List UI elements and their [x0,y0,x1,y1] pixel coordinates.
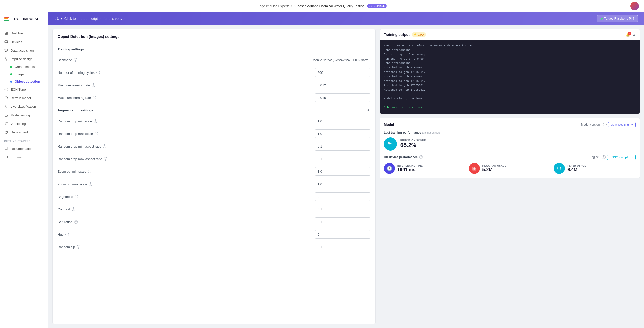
training-actions: 🔔 1 ▲ [626,33,636,37]
sidebar-item-model-testing[interactable]: Model testing [0,111,48,119]
precision-score-label: PRECISION SCORE [400,139,426,142]
log-line: Done inferencing [384,61,636,66]
engine-help-icon[interactable]: ? [602,155,606,159]
backbone-help-icon[interactable]: ? [74,58,77,62]
sidebar-item-live-classification[interactable]: Live classification [0,102,48,111]
zoom-out-max-scale-help-icon[interactable]: ? [89,182,92,186]
svg-rect-0 [5,32,6,33]
collapse-training-btn[interactable]: ▲ [632,33,636,37]
zoom-out-min-scale-input[interactable] [315,167,370,176]
zoom-out-min-scale-help-icon[interactable]: ? [88,170,91,173]
backbone-select[interactable]: MobileNet v2 (3x224x224, 800 K params)Mo… [310,56,370,64]
sidebar-item-deployment[interactable]: Deployment [0,128,48,136]
brightness-help-icon[interactable]: ? [75,195,78,198]
training-cycles-help-icon[interactable]: ? [96,71,100,74]
min-lr-input[interactable] [315,81,370,89]
dot-green-icon [10,66,12,68]
svg-rect-1 [6,32,7,33]
model-version-help-icon[interactable]: ? [603,123,607,126]
sidebar-item-versioning[interactable]: Versioning [0,119,48,128]
sidebar-subitem-object-detection[interactable]: Object detection [0,78,48,85]
on-device-help-icon[interactable]: ? [419,155,423,159]
version-description[interactable]: Click to set a description for this vers… [64,17,127,21]
notification-bell[interactable]: 🔔 1 [626,33,630,37]
svg-marker-17 [5,105,8,108]
model-card: Model Model version: ? Quantized (int8) … [380,118,640,178]
backbone-select-wrapper: MobileNet v2 (3x224x224, 800 K params)Mo… [310,56,370,64]
rand-crop-max-aspect-help-icon[interactable]: ? [104,157,107,161]
log-line: Calculating int8 accuracy... [384,52,636,57]
rand-crop-min-scale-input[interactable] [315,117,370,125]
rand-crop-max-scale-row: Random crop max scale ? [53,127,375,140]
ram-icon: ▦ [469,163,480,174]
panel-title: Object Detection (Images) settings [58,34,120,39]
augmentation-collapse-btn[interactable]: ▲ [366,108,370,112]
training-settings-section: Training settings [53,43,375,54]
random-flip-help-icon[interactable]: ? [77,245,80,249]
rand-crop-min-aspect-row: Random crop min aspect ratio ? [53,140,375,153]
sidebar-item-forums[interactable]: Forums [0,153,48,161]
sidebar-subitem-create-impulse[interactable]: Create impulse [0,63,48,70]
contrast-label: Contrast ? [58,207,312,211]
quantized-dropdown-icon: ▾ [631,123,633,126]
hue-help-icon[interactable]: ? [65,233,69,236]
contrast-input[interactable] [315,205,370,213]
rand-crop-min-aspect-input[interactable] [315,142,370,151]
sidebar-item-devices[interactable]: Devices [0,38,48,46]
saturation-help-icon[interactable]: ? [74,220,78,224]
activity-icon [4,57,8,61]
max-lr-help-icon[interactable]: ? [93,96,96,99]
log-line: Model training complete [384,97,636,101]
sidebar-item-impulse-design[interactable]: Impulse design [0,55,48,63]
zoom-out-min-scale-label: Zoom out min scale ? [58,170,312,173]
sidebar-item-label: Dashboard [11,31,27,35]
target-button[interactable]: Target: Raspberry Pi 4 [597,15,638,22]
min-lr-help-icon[interactable]: ? [92,83,95,87]
hue-input[interactable] [315,230,370,239]
right-panel: Training output ⚡ GPU 🔔 1 ▲ [380,29,640,324]
sidebar-item-label: Live classification [11,105,36,108]
version-dropdown-icon[interactable]: ▾ [61,17,62,20]
sidebar-item-dashboard[interactable]: Dashboard [0,29,48,38]
sidebar-item-label: Model testing [11,113,30,117]
sidebar-item-retrain-model[interactable]: Retrain model [0,94,48,102]
contrast-row: Contrast ? [53,203,375,215]
log-line: Attached to job 17305361... [384,83,636,88]
svg-point-20 [5,124,6,125]
sidebar-item-eon-tuner[interactable]: EON Tuner [0,85,48,94]
rand-crop-min-aspect-help-icon[interactable]: ? [103,144,106,148]
quantized-button[interactable]: Quantized (int8) ▾ [608,122,636,127]
avatar[interactable] [630,2,639,10]
zap-icon [4,104,8,108]
rand-crop-max-scale-help-icon[interactable]: ? [95,132,98,135]
panel-menu-icon[interactable]: ⋮ [366,33,370,39]
rand-crop-max-aspect-input[interactable] [315,155,370,163]
model-title: Model [384,123,394,127]
rand-crop-min-scale-help-icon[interactable]: ? [94,119,97,123]
bell-badge: 1 [628,32,631,35]
random-flip-input[interactable] [315,243,370,251]
hue-label: Hue ? [58,233,312,236]
eon-button[interactable]: EON™ Compiler ▾ [607,155,636,160]
training-cycles-input[interactable] [315,68,370,77]
brightness-input[interactable] [315,192,370,201]
contrast-help-icon[interactable]: ? [72,207,75,211]
sidebar-subitem-image[interactable]: Image [0,70,48,78]
inferencing-time-info: INFERENCING TIME 1941 ms. [397,164,423,172]
backbone-row: Backbone ? MobileNet v2 (3x224x224, 800 … [53,54,375,66]
zoom-out-max-scale-input[interactable] [315,180,370,188]
sidebar-item-documentation[interactable]: Documentation [0,144,48,153]
saturation-input[interactable] [315,217,370,226]
clock-icon: 🕐 [384,163,395,174]
rand-crop-max-scale-input[interactable] [315,129,370,138]
precision-row: % PRECISION SCORE 65.2% [384,137,636,151]
topbar-project-name: AI-based Aquatic Chemical Water Quality … [293,4,365,8]
sidebar-item-data-acquisition[interactable]: Data acquisition [0,46,48,55]
max-lr-input[interactable] [315,93,370,102]
log-line: Attached to job 17305361... [384,66,636,70]
version-number[interactable]: #1 [54,16,59,21]
log-line: Running TAO OD inference [384,57,636,61]
sidebar-item-label: Versioning [11,122,26,126]
sidebar-item-label: Documentation [11,147,32,151]
eon-dropdown-icon: ▾ [631,156,633,159]
